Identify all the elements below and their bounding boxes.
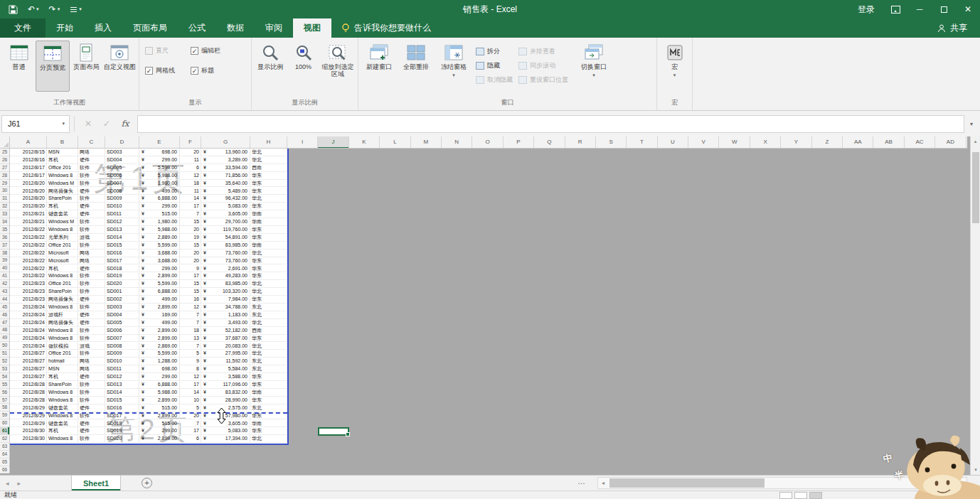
column-header-T[interactable]: T [627, 136, 657, 149]
cell[interactable]: 华北 [250, 249, 287, 257]
cell[interactable]: 华东 [250, 234, 287, 241]
cell[interactable]: SD017 [105, 257, 139, 264]
cell[interactable]: ¥5,083.00 [201, 427, 250, 434]
cell[interactable]: ¥3,688.00 [139, 257, 180, 264]
table-row[interactable]: 2012/8/17Office 201软件SD005¥5,599.006¥33,… [10, 164, 287, 172]
cell[interactable]: 网络 [78, 249, 105, 257]
tab-view[interactable]: 视图 [293, 18, 331, 38]
cell[interactable]: 华北 [250, 195, 287, 202]
cell[interactable]: 20 [180, 149, 201, 156]
row-header-29[interactable]: 29 [0, 180, 9, 188]
cell[interactable]: SD001 [105, 288, 139, 295]
cell[interactable]: 软件 [78, 397, 105, 404]
cell[interactable]: 17 [180, 272, 201, 279]
cell[interactable]: 软件 [78, 288, 105, 295]
undo-dropdown-icon[interactable]: ▾ [36, 6, 39, 12]
cell[interactable]: Windows 8 [47, 172, 78, 179]
row-header-40[interactable]: 40 [0, 264, 9, 272]
cell[interactable]: 2012/8/17 [10, 164, 47, 171]
column-header-N[interactable]: N [442, 136, 472, 149]
cell[interactable]: 光晕系列 [47, 234, 78, 241]
cell[interactable]: Windows 8 [47, 272, 78, 279]
cell[interactable]: ¥2,899.00 [139, 327, 180, 334]
cell[interactable]: ¥83,832.00 [201, 389, 250, 396]
more-sheets-button[interactable]: … [577, 477, 585, 485]
cell[interactable]: 软件 [78, 350, 105, 357]
cell[interactable]: Office 201 [47, 280, 78, 287]
cell[interactable]: 软件 [78, 218, 105, 225]
cell[interactable]: 华南 [250, 389, 287, 396]
cell[interactable]: SD019 [105, 427, 139, 434]
table-row[interactable]: 2012/8/30耳机硬件SD019¥299.0017¥5,083.00华东 [10, 427, 287, 435]
cell[interactable]: 华南 [250, 210, 287, 218]
row-header-53[interactable]: 53 [0, 365, 9, 373]
cell[interactable]: 耳机 [47, 427, 78, 434]
insert-function-button[interactable]: fx [116, 119, 134, 129]
cell[interactable]: 2012/8/30 [10, 427, 47, 434]
row-header-55[interactable]: 55 [0, 381, 9, 389]
cell[interactable]: 软件 [78, 242, 105, 249]
cell[interactable]: ¥698.00 [139, 365, 180, 372]
table-row[interactable]: 2012/8/22Microsoft网络SD016¥3,688.0020¥73,… [10, 249, 287, 257]
cell[interactable]: ¥6,888.00 [139, 381, 180, 388]
table-row[interactable]: 2012/8/28Windows 8软件SD015¥2,899.0010¥28,… [10, 397, 287, 404]
cell[interactable]: SD018 [105, 420, 139, 427]
table-row[interactable]: 2012/8/22Windows 8软件SD019¥2,899.0017¥49,… [10, 272, 287, 280]
cell[interactable]: ¥5,599.00 [139, 280, 180, 287]
cell[interactable]: ¥11,592.00 [201, 358, 250, 365]
cell[interactable]: 软件 [78, 195, 105, 202]
cell[interactable]: 7 [180, 343, 201, 350]
tab-home[interactable]: 开始 [46, 18, 84, 38]
cell[interactable]: 17 [180, 427, 201, 434]
row-header-51[interactable]: 51 [0, 350, 9, 358]
zoom-button[interactable]: 显示比例 [254, 41, 287, 92]
row-header-52[interactable]: 52 [0, 358, 9, 365]
cell[interactable]: SD008 [105, 188, 139, 195]
row-header-30[interactable]: 30 [0, 187, 9, 195]
custom-views-button[interactable]: 自定义视图 [103, 41, 137, 92]
cell[interactable]: ¥499.00 [139, 319, 180, 326]
cell[interactable]: SD012 [105, 218, 139, 225]
cell[interactable]: 游戏 [78, 234, 105, 241]
cell[interactable]: 硬件 [78, 420, 105, 427]
cell[interactable]: ¥5,584.00 [201, 365, 250, 372]
cell[interactable]: SD011 [105, 365, 139, 372]
cell[interactable]: 2012/8/22 [10, 242, 47, 249]
cell[interactable]: ¥499.00 [139, 188, 180, 195]
cell[interactable]: SD003 [105, 149, 139, 156]
column-header-G[interactable]: G [201, 136, 250, 149]
sheet-nav-right-icon[interactable]: ▸ [18, 480, 21, 487]
cell[interactable]: 华东 [250, 203, 287, 210]
cell[interactable]: 华东 [250, 397, 287, 404]
table-row[interactable]: 2012/8/27耳机硬件SD012¥299.0012¥3,588.00华东 [10, 373, 287, 381]
cell[interactable]: 东北 [250, 358, 287, 365]
sheet-tab-sheet1[interactable]: Sheet1 [71, 476, 121, 490]
cell[interactable]: 软件 [78, 272, 105, 279]
cell[interactable]: 华北 [250, 319, 287, 326]
column-header-S[interactable]: S [596, 136, 627, 149]
column-header-AD[interactable]: AD [935, 136, 966, 149]
cell[interactable]: Windows 8 [47, 226, 78, 233]
cell[interactable]: 耳机 [47, 373, 78, 380]
row-header-47[interactable]: 47 [0, 319, 9, 327]
tab-data[interactable]: 数据 [216, 18, 255, 38]
cell[interactable]: 耳机 [47, 203, 78, 210]
cell[interactable]: 网络摄像头 [47, 188, 78, 195]
formula-bar-expand-icon[interactable]: ▾ [964, 121, 979, 127]
column-header-Z[interactable]: Z [812, 136, 843, 149]
cell[interactable]: 游戏 [78, 343, 105, 350]
column-header-F[interactable]: F [180, 136, 201, 149]
new-window-button[interactable]: 新建窗口 [361, 41, 398, 92]
cell[interactable]: 14 [180, 389, 201, 396]
column-header-W[interactable]: W [719, 136, 750, 149]
cell[interactable]: ¥13,960.00 [201, 149, 250, 156]
cell[interactable]: 华东 [250, 373, 287, 380]
cell[interactable]: 华东 [250, 172, 287, 179]
row-header-44[interactable]: 44 [0, 296, 9, 304]
cell[interactable]: 网络摄像头 [47, 296, 78, 303]
table-row[interactable]: 2012/8/21键盘套装硬件SD011¥515.007¥3,605.00华南 [10, 210, 287, 218]
row-header-63[interactable]: 63 [0, 443, 9, 451]
cell[interactable]: Windows 8 [47, 397, 78, 404]
enter-button[interactable]: ✓ [97, 119, 116, 129]
add-sheet-button[interactable]: + [142, 478, 152, 488]
